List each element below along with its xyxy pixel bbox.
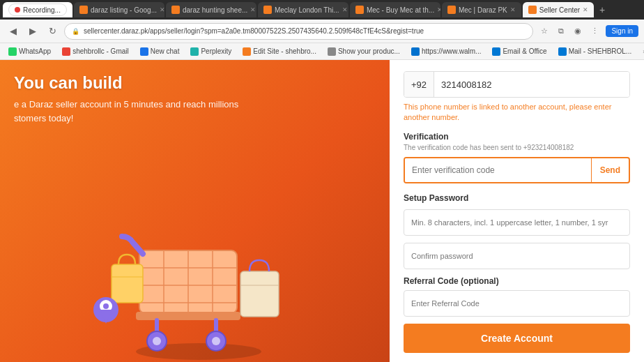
tab-favicon-mec-buy	[355, 6, 364, 14]
phone-error-message: This phone number is linked to another a…	[404, 102, 630, 123]
right-panel: +92 This phone number is linked to anoth…	[390, 60, 644, 362]
bookmark-label-edit-site: Edit Site - shehbro...	[253, 47, 316, 55]
nav-icons-group: ☆ ⧉ ◉ ⋮	[537, 24, 601, 38]
phone-number-row: +92	[404, 71, 630, 98]
tab-close-seller-center[interactable]: ✕	[583, 6, 588, 13]
tab-label-mec-buy: Mec - Buy Mec at th...	[367, 6, 434, 14]
verification-section-label: Verification	[404, 132, 630, 142]
bookmark-edit-site[interactable]: Edit Site - shehbro...	[240, 46, 319, 57]
setup-password-label: Setup Password	[404, 193, 630, 203]
bookmark-perplexity[interactable]: Perplexity	[187, 46, 234, 57]
bookmark-favicon-new-chat	[140, 47, 148, 56]
phone-number-input[interactable]	[434, 72, 629, 97]
verification-code-input[interactable]	[405, 158, 591, 182]
bookmark-favicon-walmart	[411, 47, 420, 56]
bookmark-label-email-office: Email & Office	[503, 47, 546, 55]
tab-favicon-daraz-pk	[447, 6, 456, 14]
svg-point-12	[153, 337, 161, 345]
extension-icon[interactable]: ⧉	[554, 24, 568, 38]
cart-illustration	[0, 188, 390, 362]
browser-chrome: Recording... daraz listing - Goog... ✕ d…	[0, 0, 644, 60]
bookmark-favicon-email-office	[492, 47, 500, 56]
bookmark-label-new-chat: New chat	[151, 47, 180, 55]
svg-rect-8	[136, 312, 240, 320]
tab-daraz-hunting[interactable]: daraz hunting shee... ✕	[166, 2, 256, 17]
cart-svg	[91, 188, 300, 362]
phone-prefix: +92	[404, 72, 434, 97]
bookmark-label-gmail: shehbrollc - Gmail	[72, 47, 129, 55]
confirm-password-input[interactable]	[404, 243, 630, 269]
reload-button[interactable]: ↻	[45, 24, 60, 39]
bookmark-gmail[interactable]: shehbrollc - Gmail	[59, 46, 132, 57]
create-account-button[interactable]: Create Account	[404, 324, 630, 353]
bookmarks-more-button[interactable]: »	[640, 47, 644, 56]
bookmark-label-whatsapp: WhatsApp	[19, 47, 51, 55]
bookmark-star-icon[interactable]: ☆	[537, 24, 551, 38]
bookmark-email-office[interactable]: Email & Office	[489, 46, 549, 57]
forward-button[interactable]: ▶	[25, 24, 40, 39]
profile-icon[interactable]: ◉	[571, 24, 585, 38]
record-dot	[15, 7, 20, 13]
bookmark-new-chat[interactable]: New chat	[137, 46, 183, 57]
bookmark-favicon-mail	[558, 47, 567, 56]
referral-code-input[interactable]	[404, 290, 630, 317]
tab-mec-buy[interactable]: Mec - Buy Mec at th... ✕	[350, 2, 440, 17]
address-bar[interactable]: 🔒 sellercenter.daraz.pk/apps/seller/logi…	[64, 23, 533, 40]
main-content: You can build e a Daraz seller account i…	[0, 60, 644, 362]
bookmark-favicon-perplexity	[190, 47, 199, 56]
svg-rect-15	[112, 264, 143, 303]
left-panel-subtext: e a Daraz seller account in 5 minutes an…	[14, 98, 376, 125]
tab-close-meclay[interactable]: ✕	[342, 6, 348, 13]
bookmark-favicon-edit-site	[243, 47, 251, 56]
tab-meclay[interactable]: Meclay London Thi... ✕	[258, 2, 348, 17]
bookmark-show-product[interactable]: Show your produc...	[325, 46, 403, 57]
tab-daraz-listing[interactable]: daraz listing - Goog... ✕	[74, 2, 164, 17]
tab-favicon-seller-center	[528, 6, 537, 14]
more-options-icon[interactable]: ⋮	[588, 24, 601, 38]
nav-bar: ◀ ▶ ↻ 🔒 sellercenter.daraz.pk/apps/selle…	[0, 20, 644, 43]
new-tab-button[interactable]: +	[595, 3, 609, 17]
left-panel-heading: You can build	[14, 74, 376, 92]
recording-label: Recording...	[23, 6, 61, 14]
password-input[interactable]	[404, 209, 630, 236]
referral-code-label: Referral Code (optional)	[404, 276, 630, 286]
bookmark-label-show-product: Show your produc...	[338, 47, 400, 55]
tab-daraz-pk[interactable]: Mec | Daraz PK ✕	[442, 2, 521, 17]
svg-rect-17	[240, 271, 279, 317]
tab-seller-center[interactable]: Seller Center ✕	[523, 2, 594, 17]
left-panel-heading-text: You can build	[14, 73, 123, 92]
bookmark-mail[interactable]: Mail - SHEHBROL...	[555, 46, 635, 57]
bookmark-favicon-whatsapp	[8, 47, 17, 56]
bookmark-label-mail: Mail - SHEHBROL...	[569, 47, 632, 55]
verification-hint: The verification code has been sent to +…	[404, 144, 630, 151]
sign-in-button[interactable]: Sign in	[606, 25, 638, 37]
svg-point-14	[212, 337, 220, 345]
tab-close-daraz-hunting[interactable]: ✕	[250, 6, 256, 13]
bookmark-label-perplexity: Perplexity	[201, 47, 231, 55]
left-panel: You can build e a Daraz seller account i…	[0, 60, 390, 362]
back-button[interactable]: ◀	[6, 24, 21, 39]
recording-badge: Recording...	[8, 3, 67, 16]
tab-close-daraz-pk[interactable]: ✕	[510, 6, 516, 13]
left-panel-subtext-line1: e a Daraz seller account in 5 minutes an…	[14, 99, 238, 110]
tab-label-seller-center: Seller Center	[539, 6, 580, 14]
tab-label-daraz-pk: Mec | Daraz PK	[459, 6, 507, 14]
verification-row: Send	[404, 157, 630, 183]
bookmark-favicon-gmail	[62, 47, 70, 56]
bookmark-label-walmart: https://www.walm...	[422, 47, 482, 55]
bookmarks-bar: WhatsApp shehbrollc - Gmail New chat Per…	[0, 43, 644, 60]
bookmark-whatsapp[interactable]: WhatsApp	[6, 46, 54, 57]
tab-label-daraz-listing: daraz listing - Goog...	[91, 6, 157, 14]
send-code-button[interactable]: Send	[591, 158, 629, 182]
tab-label-daraz-hunting: daraz hunting shee...	[183, 6, 247, 14]
tab-close-daraz-listing[interactable]: ✕	[160, 6, 164, 13]
bookmark-favicon-show-product	[328, 47, 336, 56]
url-text: sellercenter.daraz.pk/apps/seller/login?…	[84, 27, 526, 35]
tab-label-meclay: Meclay London Thi...	[275, 6, 339, 14]
tab-recording[interactable]: Recording...	[3, 2, 72, 17]
bookmark-walmart[interactable]: https://www.walm...	[408, 46, 484, 57]
security-lock-icon: 🔒	[72, 28, 79, 35]
tab-bar: Recording... daraz listing - Goog... ✕ d…	[0, 0, 644, 20]
tab-favicon-daraz-hunting	[171, 6, 180, 14]
tab-close-mec-buy[interactable]: ✕	[437, 6, 440, 13]
